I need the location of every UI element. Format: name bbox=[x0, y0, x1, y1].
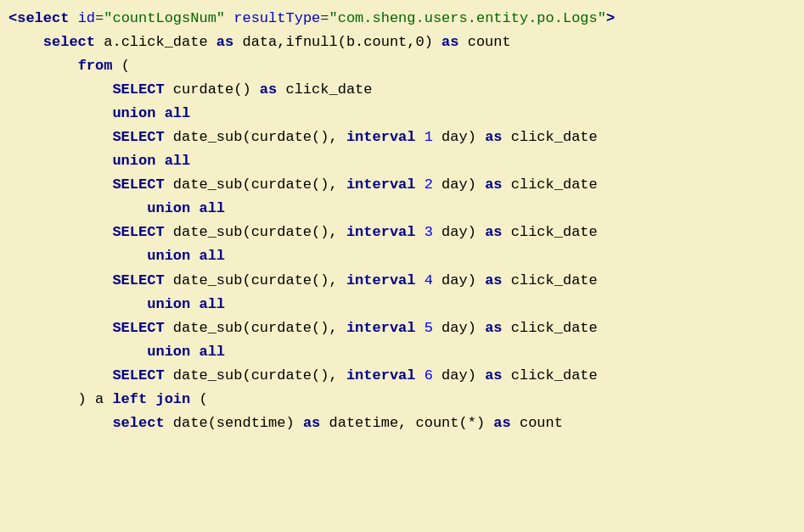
line-1: <select id="countLogsNum" resultType="co… bbox=[0, 7, 804, 31]
line-4: SELECT curdate() as click_date bbox=[0, 78, 804, 102]
line-14: SELECT date_sub(curdate(), interval 5 da… bbox=[0, 316, 804, 340]
line-12: SELECT date_sub(curdate(), interval 4 da… bbox=[0, 269, 804, 293]
line-11: union all bbox=[0, 244, 804, 268]
line-15: union all bbox=[0, 340, 804, 364]
line-5: union all bbox=[0, 102, 804, 126]
line-17: ) a left join ( bbox=[0, 388, 804, 412]
line-6: SELECT date_sub(curdate(), interval 1 da… bbox=[0, 126, 804, 149]
line-3: from ( bbox=[0, 54, 804, 78]
line-8: SELECT date_sub(curdate(), interval 2 da… bbox=[0, 173, 804, 197]
code-viewer: <select id="countLogsNum" resultType="co… bbox=[0, 0, 804, 532]
line-18: select date(sendtime) as datetime, count… bbox=[0, 412, 804, 435]
line-9: union all bbox=[0, 197, 804, 221]
line-10: SELECT date_sub(curdate(), interval 3 da… bbox=[0, 221, 804, 244]
line-16: SELECT date_sub(curdate(), interval 6 da… bbox=[0, 364, 804, 388]
line-2: select a.click_date as data,ifnull(b.cou… bbox=[0, 31, 804, 54]
line-13: union all bbox=[0, 293, 804, 316]
line-7: union all bbox=[0, 149, 804, 173]
